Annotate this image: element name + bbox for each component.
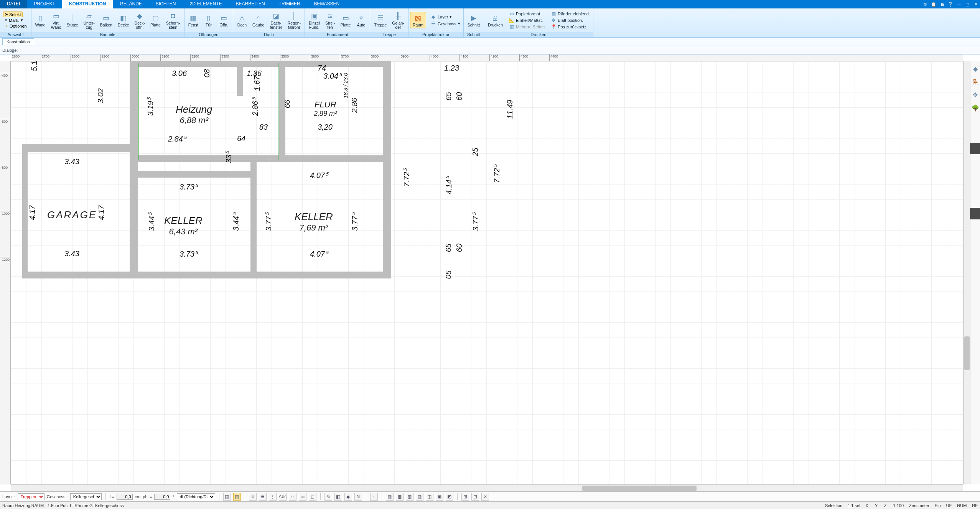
btn-raender-einblend[interactable]: ▦Ränder einblend. — [549, 11, 591, 17]
btn-bauteile-0[interactable]: ▯Wand — [33, 12, 48, 28]
btn-bauteile-8[interactable]: ◘Schorn- stein — [164, 10, 183, 30]
btn-drucken[interactable]: 🖨 Drucken — [486, 12, 505, 28]
btn-dach-1[interactable]: ⌂Gaube — [250, 12, 267, 28]
tab-trimmen[interactable]: TRIMMEN — [272, 0, 307, 8]
pin-icon: 📍 — [551, 24, 556, 30]
tab-datei[interactable]: DATEI — [0, 0, 27, 8]
status-left: Raum Heizung RAUM - 1.5cm Putz L=Räume G… — [2, 503, 124, 508]
l-input[interactable] — [117, 494, 133, 500]
btn-fundament-2[interactable]: ▭Platte — [338, 12, 353, 28]
tb-info-icon[interactable]: i — [370, 493, 378, 501]
tb-snap-icon[interactable]: ⊡ — [471, 493, 479, 501]
tb-text-icon[interactable]: Abc — [279, 493, 287, 501]
btn-mark[interactable]: ✦Mark. ▾ — [3, 18, 24, 23]
tab-bearbeiten[interactable]: BEARBEITEN — [229, 0, 272, 8]
tb-align-left-icon[interactable]: ≡ — [249, 493, 257, 501]
tb-g4-icon[interactable]: ▥ — [416, 493, 423, 501]
titlebar-tool-2[interactable]: 📋 — [929, 0, 938, 8]
btn-blatt-position[interactable]: ✥Blatt position. — [549, 17, 591, 23]
btn-geschoss[interactable]: ☰Geschoss ▾ — [429, 21, 462, 27]
tb-dim-icon[interactable]: ↔ — [289, 493, 296, 501]
tb-grid-icon[interactable]: ⊞ — [461, 493, 469, 501]
scrollbar-horizontal[interactable] — [11, 484, 963, 491]
btn-bauteile-2[interactable]: │Stütze — [64, 12, 81, 28]
tb-g7-icon[interactable]: ◩ — [446, 493, 453, 501]
tab-konstruktion[interactable]: KONSTRUKTION — [62, 0, 113, 8]
side-panel-grip[interactable] — [970, 143, 980, 154]
direction-select[interactable]: dl (Richtung/Di — [177, 493, 215, 500]
btn-oeffnungen-1[interactable]: ▯Tür — [201, 12, 216, 28]
side-tree-icon[interactable]: 🌳 — [972, 104, 979, 112]
ruler-horizontal: 2600270028002900300031003200330034003500… — [11, 54, 963, 61]
btn-bauteile-4[interactable]: ▭Balken — [98, 12, 115, 28]
btn-oeffnungen-0[interactable]: ▦Fenst — [186, 12, 201, 28]
tab-bemassen[interactable]: BEMASSEN — [307, 0, 347, 8]
btn-papierformat[interactable]: ▭Papierformat — [507, 11, 546, 17]
btn-dach-2[interactable]: ◪Dach- fenster — [267, 10, 284, 30]
tb-align-center-icon[interactable]: ≣ — [259, 493, 267, 501]
btn-dach-0[interactable]: △Dach — [235, 12, 249, 28]
titlebar-help-icon[interactable]: ❔ — [946, 0, 955, 8]
side-chair-icon[interactable]: 🪑 — [972, 78, 979, 86]
btn-selekt[interactable]: ➤Selekt — [3, 12, 23, 17]
dach-1-icon: ⌂ — [254, 13, 264, 23]
phi-input[interactable] — [154, 494, 170, 500]
tb-g2-icon[interactable]: ▩ — [396, 493, 404, 501]
btn-bauteile-3[interactable]: ▱Unter- zug — [81, 10, 97, 30]
ribbon-group-oeffnungen: ▦Fenst▯Tür▭Öffn. Öffnungen — [184, 8, 233, 37]
btn-bauteile-7[interactable]: ▢Platte — [148, 12, 163, 28]
ruler-v-tick: -800 — [0, 165, 11, 170]
window-minimize-icon[interactable]: — — [955, 0, 963, 8]
scrollbar-vertical[interactable] — [963, 61, 970, 484]
drawing-canvas[interactable]: Heizung6,88 m² FLUR2,89 m² KELLER6,43 m²… — [11, 61, 963, 484]
ruler-h-tick: 3200 — [190, 54, 199, 61]
side-nav-icon[interactable]: ✥ — [972, 91, 979, 99]
window-close-icon[interactable]: ✕ — [972, 0, 980, 8]
btn-treppe-0[interactable]: ☰Treppe — [372, 12, 389, 28]
btn-bauteile-5[interactable]: ◧Decke — [115, 12, 132, 28]
btn-bauteile-6[interactable]: ◆Deck- öffn. — [132, 10, 147, 30]
geschoss-select[interactable]: Kellergesch — [70, 493, 102, 500]
tab-2d-elemente[interactable]: 2D-ELEMENTE — [183, 0, 229, 8]
btn-schnitt[interactable]: ▶ Schnitt — [465, 12, 482, 28]
tb-align-right-icon[interactable]: ⋮ — [269, 493, 277, 501]
btn-dach-3[interactable]: │Regen- fallrohr — [285, 10, 303, 30]
btn-optionen[interactable]: ＋Optionen — [3, 23, 28, 29]
tb-rect2-icon[interactable]: ◻ — [309, 493, 316, 501]
tab-projekt[interactable]: PROJEKT — [27, 0, 62, 8]
tb-n-icon[interactable]: N — [354, 493, 362, 501]
btn-treppe-1[interactable]: ╫Gelän- der — [390, 10, 407, 30]
tb-close-icon[interactable]: ✕ — [481, 493, 489, 501]
tb-pen-icon[interactable]: ✎ — [324, 493, 332, 501]
tb-g3-icon[interactable]: ▧ — [406, 493, 413, 501]
btn-fundament-0[interactable]: ▣Einzel Fund. — [306, 10, 322, 30]
btn-bauteile-1[interactable]: ▭Virt. Wand — [49, 10, 64, 30]
layer-select[interactable]: Treppen — [18, 493, 44, 500]
side-layers-icon[interactable]: ◆ — [972, 65, 979, 73]
tab-gelaende[interactable]: GELÄNDE — [113, 0, 148, 8]
subbar-tab-konstruktion[interactable]: Konstruktion — [2, 38, 34, 45]
dim-4145: 4.14⁵ — [444, 176, 453, 194]
tb-g5-icon[interactable]: ◫ — [426, 493, 433, 501]
btn-fundament-3[interactable]: ✧Auto — [354, 12, 368, 28]
titlebar-tool-1[interactable]: ⚙ — [921, 0, 929, 8]
dim-83: 83 — [259, 123, 268, 132]
btn-layer[interactable]: ◆Layer ▾ — [429, 14, 462, 20]
tb-room-icon[interactable]: ◆ — [344, 493, 352, 501]
btn-einheit-massst[interactable]: 📐Einheit/Maßst. — [507, 17, 546, 23]
btn-pos-zuruecksetz[interactable]: 📍Pos zurücksetz. — [549, 24, 591, 30]
btn-fundament-1[interactable]: ≋Strei- fen — [323, 10, 338, 30]
window-maximize-icon[interactable]: ▢ — [963, 0, 972, 8]
tb-rect-icon[interactable]: ▭ — [299, 493, 306, 501]
tb-layer-icon[interactable]: ◧ — [334, 493, 342, 501]
tb-g1-icon[interactable]: ▦ — [386, 493, 394, 501]
tb-hatch-icon[interactable]: ▨ — [223, 493, 231, 501]
side-panel-grip-2[interactable] — [970, 208, 980, 219]
btn-mehrere-seiten[interactable]: ▥Mehrere Seiten — [507, 24, 546, 30]
btn-oeffnungen-2[interactable]: ▭Öffn. — [217, 12, 231, 28]
tab-sichten[interactable]: SICHTEN — [149, 0, 183, 8]
tb-hatch2-icon[interactable]: ▤ — [233, 493, 241, 501]
titlebar-tool-3[interactable]: 🖥 — [938, 0, 946, 8]
btn-raum[interactable]: ▧ Raum — [410, 12, 426, 28]
tb-g6-icon[interactable]: ▣ — [436, 493, 443, 501]
